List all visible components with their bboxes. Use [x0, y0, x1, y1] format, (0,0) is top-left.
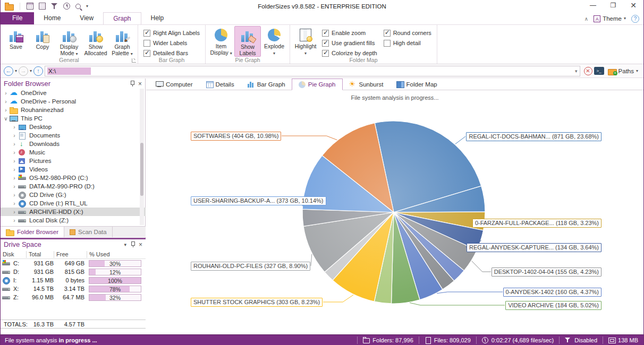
qat-export-report-icon[interactable]: [39, 3, 46, 10]
tree-item[interactable]: ›CD Drive (G:): [1, 191, 146, 199]
help-icon[interactable]: ?: [631, 15, 639, 23]
checkbox-right-align-labels[interactable]: Right Align Labels: [143, 28, 200, 38]
dock-tab-scan-data[interactable]: Scan Data: [64, 227, 113, 237]
save-button[interactable]: Save: [3, 26, 29, 56]
qat-filter-icon[interactable]: [51, 3, 58, 10]
drive-row[interactable]: Z:96.0 MB64.7 MB32%: [1, 293, 146, 301]
tree-item[interactable]: ›OS-M2-980-PRO (C:): [1, 174, 146, 182]
chevron-icon[interactable]: ›: [3, 90, 9, 96]
command-prompt-icon[interactable]: >_: [594, 67, 604, 75]
tree-item[interactable]: ›Videos: [1, 165, 146, 174]
tab-sunburst[interactable]: Sunburst: [343, 79, 390, 90]
tree-item[interactable]: ›CD Drive (I:) RTL_UL: [1, 199, 146, 208]
chevron-icon[interactable]: ›: [3, 99, 9, 105]
checkbox-high-detail[interactable]: High detail: [384, 38, 431, 48]
explode-button[interactable]: Explode▾: [261, 26, 287, 56]
menu-tab-graph[interactable]: Graph: [103, 12, 141, 24]
tab-bar-graph[interactable]: Bar Graph: [241, 79, 292, 90]
column-total[interactable]: Total: [26, 251, 54, 258]
tree-item[interactable]: ›DATA-M2-990-PRO (D:): [1, 182, 146, 191]
checkbox-round-corners[interactable]: Round corners: [384, 28, 431, 38]
menu-tab-view[interactable]: View: [70, 12, 103, 24]
theme-button[interactable]: A Theme ▾: [594, 15, 626, 22]
show-allocated-button[interactable]: Show Allocated: [82, 26, 109, 57]
cancel-scan-icon[interactable]: ✕: [584, 67, 592, 75]
chevron-icon[interactable]: ›: [11, 167, 18, 172]
qat-search-icon[interactable]: [75, 4, 81, 9]
drive-row[interactable]: X:14.5 TB3.14 TB78%: [1, 284, 146, 293]
chevron-icon[interactable]: ›: [3, 107, 9, 113]
tree-item[interactable]: ›Downloads: [1, 140, 146, 148]
address-dropdown-caret[interactable]: ▾: [575, 68, 578, 74]
chevron-icon[interactable]: ›: [11, 124, 18, 130]
column-free[interactable]: Free: [54, 251, 87, 258]
dialog-launcher-icon[interactable]: [132, 58, 136, 63]
chevron-icon[interactable]: ›: [11, 150, 18, 156]
menu-tab-help[interactable]: Help: [141, 12, 174, 24]
tab-details[interactable]: Details: [199, 79, 241, 90]
tree-item[interactable]: ›Rouhaninezhad: [1, 106, 146, 114]
tree-item[interactable]: ∨This PC: [1, 114, 146, 123]
item-display-button[interactable]: Item Display ▾: [208, 26, 234, 56]
chevron-icon[interactable]: ›: [11, 209, 18, 215]
copy-button[interactable]: Copy: [29, 26, 56, 56]
display-mode-button[interactable]: Display Mode ▾: [56, 26, 82, 57]
show-labels-button[interactable]: Show Labels: [234, 26, 261, 57]
address-input[interactable]: X:\ ▾: [45, 66, 580, 76]
close-panel-icon[interactable]: ×: [139, 242, 142, 248]
drive-row[interactable]: D:931 GB815 GB12%: [1, 268, 146, 276]
column-used[interactable]: % Used: [87, 251, 146, 258]
column-disk[interactable]: Disk: [1, 251, 26, 258]
tree-item[interactable]: ›Documents: [1, 131, 146, 140]
checkbox-wider-labels[interactable]: Wider Labels: [143, 38, 200, 48]
forward-history-caret[interactable]: ▾: [30, 69, 32, 73]
chevron-icon[interactable]: ›: [11, 141, 18, 147]
tree-item[interactable]: ›Pictures: [1, 157, 146, 165]
checkbox-enable-zoom[interactable]: Enable zoom: [322, 28, 377, 38]
qat-report-icon[interactable]: [27, 3, 33, 10]
chevron-icon[interactable]: ›: [11, 192, 18, 198]
pin-icon[interactable]: [130, 81, 135, 87]
tree-item[interactable]: ›ARCHIVE-HDD (X:): [1, 208, 146, 216]
minimize-button[interactable]: —: [583, 0, 603, 12]
dock-tab-folder-browser[interactable]: Folder Browser: [1, 227, 64, 237]
label-leader-line: [437, 292, 503, 294]
tab-computer[interactable]: Computer: [149, 79, 199, 90]
chevron-icon[interactable]: ›: [11, 133, 18, 139]
collapse-ribbon-button[interactable]: ∧: [584, 16, 588, 22]
drive-row[interactable]: I:1.15 MB0 bytes100%: [1, 276, 146, 284]
close-button[interactable]: ✕: [623, 0, 643, 12]
qat-more-button[interactable]: ▾: [86, 4, 88, 8]
menu-tab-file[interactable]: File: [1, 12, 34, 24]
pin-icon[interactable]: [131, 242, 135, 248]
tab-pie-graph[interactable]: Pie Graph: [292, 79, 343, 90]
tree-item[interactable]: ›Music: [1, 148, 146, 157]
tree-item[interactable]: ›Local Disk (Z:): [1, 216, 146, 225]
close-panel-icon[interactable]: ×: [138, 81, 142, 87]
qat-history-icon[interactable]: [63, 3, 70, 10]
chevron-icon[interactable]: ›: [11, 184, 18, 189]
tree-item[interactable]: ›OneDrive - Personal: [1, 97, 146, 106]
back-button[interactable]: ←: [4, 66, 13, 76]
tree-item[interactable]: ›Desktop: [1, 123, 146, 131]
chevron-icon[interactable]: ›: [11, 201, 18, 206]
maximize-button[interactable]: ❐: [603, 0, 623, 12]
chevron-icon[interactable]: ›: [11, 158, 18, 164]
checkbox-use-gradient-fills[interactable]: Use gradient fills: [322, 38, 377, 48]
chevron-icon[interactable]: ›: [11, 218, 18, 223]
highlight-button[interactable]: Highlight▾: [292, 26, 319, 56]
chevron-icon[interactable]: ›: [11, 175, 18, 181]
panel-menu-caret[interactable]: ▾: [124, 242, 126, 247]
tab-folder-map[interactable]: Folder Map: [390, 79, 444, 90]
graph-palette-button[interactable]: Graph Palette ▾: [109, 26, 135, 57]
forward-button[interactable]: →: [19, 66, 28, 76]
up-button[interactable]: ↑: [33, 66, 43, 76]
tree-scrollbar-thumb[interactable]: [140, 143, 143, 196]
chevron-icon[interactable]: ∨: [3, 116, 9, 122]
back-history-caret[interactable]: ▾: [15, 69, 17, 73]
tree-scrollbar[interactable]: [140, 89, 144, 225]
drive-row[interactable]: C:931 GB649 GB30%: [1, 259, 146, 268]
paths-button[interactable]: Paths ▾: [606, 67, 640, 74]
menu-tab-home[interactable]: Home: [34, 12, 70, 24]
tree-item[interactable]: ›OneDrive: [1, 89, 146, 97]
